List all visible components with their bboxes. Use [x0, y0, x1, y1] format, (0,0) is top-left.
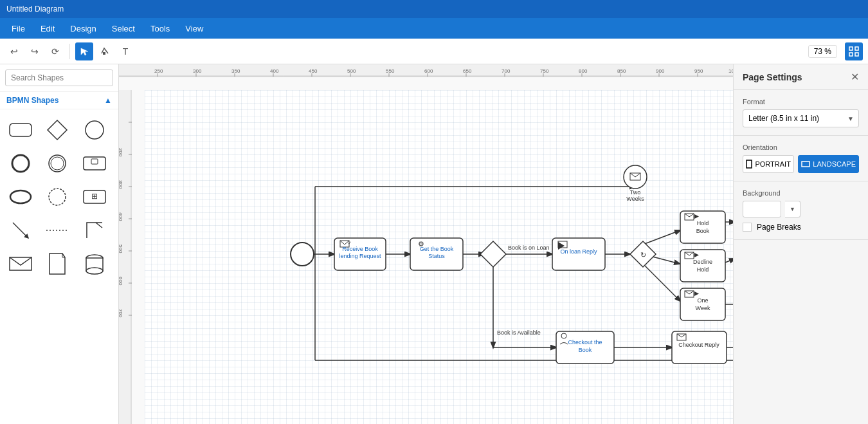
canvas-wrapper[interactable]: // Can't run script inside SVG here, usi…: [119, 64, 733, 424]
search-shapes-section: [0, 64, 118, 92]
svg-point-8: [12, 155, 29, 172]
svg-text:300: 300: [119, 180, 123, 189]
panel-close-button[interactable]: ✕: [851, 71, 859, 83]
menu-edit[interactable]: Edit: [34, 21, 61, 36]
node-start[interactable]: [291, 243, 314, 266]
app-title: Untitled Diagram: [6, 5, 64, 14]
svg-text:Book is Available: Book is Available: [497, 329, 541, 336]
svg-point-157: [561, 333, 566, 338]
text-tool[interactable]: T: [116, 42, 134, 60]
menu-file[interactable]: File: [5, 21, 32, 36]
toolbar: ↩ ↪ ⟳ T 73 %: [0, 39, 868, 64]
ruler-left: 100 200 300 400 500 600 700: [119, 90, 132, 424]
shape-envelope[interactable]: [6, 250, 35, 278]
svg-line-19: [96, 223, 102, 228]
shape-task-box[interactable]: ⊞: [80, 183, 109, 211]
shape-rounded-rect[interactable]: [6, 116, 35, 144]
svg-line-94: [725, 259, 733, 263]
node-checkout-reply[interactable]: Checkout Reply: [672, 331, 727, 364]
shape-circle-medium[interactable]: [43, 149, 71, 178]
svg-text:One: One: [697, 297, 708, 304]
background-color-swatch[interactable]: [743, 201, 781, 217]
portrait-label: PORTRAIT: [755, 160, 790, 168]
svg-marker-121: [480, 241, 506, 267]
zoom-display: 73 %: [808, 45, 837, 58]
shape-corner-arrow[interactable]: [80, 216, 109, 244]
background-section: Background ▼ Page Breaks: [734, 181, 868, 240]
svg-text:1000: 1000: [728, 68, 733, 74]
panel-title: Page Settings: [743, 72, 802, 82]
svg-text:On loan Reply: On loan Reply: [560, 248, 597, 255]
node-checkout[interactable]: Checkout the Book: [556, 331, 614, 364]
svg-text:300: 300: [193, 68, 202, 74]
portrait-button[interactable]: PORTRAIT: [743, 155, 794, 173]
svg-text:Status: Status: [428, 253, 445, 259]
svg-text:650: 650: [463, 68, 472, 74]
page-breaks-checkbox[interactable]: [743, 223, 752, 232]
search-shapes-input[interactable]: [5, 69, 113, 86]
node-two-weeks[interactable]: Two Weeks: [624, 165, 647, 202]
node-get-book-status[interactable]: ⚙ Get the Book Status: [410, 238, 463, 270]
shape-circle-thick[interactable]: [6, 149, 35, 178]
node-receive-book[interactable]: ✓ Receive Book lending Request: [334, 238, 386, 270]
shape-cylinder[interactable]: [80, 250, 109, 278]
svg-rect-5: [10, 124, 32, 136]
svg-text:400: 400: [270, 68, 279, 74]
svg-rect-2: [855, 47, 858, 50]
svg-rect-3: [849, 53, 853, 56]
landscape-button[interactable]: LANDSCAPE: [798, 155, 859, 173]
shape-circle-thin[interactable]: [80, 116, 109, 144]
grid-button[interactable]: [845, 42, 863, 60]
menu-tools[interactable]: Tools: [144, 21, 176, 36]
page-breaks-row: Page Breaks: [743, 223, 859, 232]
ruler-top: // Can't run script inside SVG here, usi…: [119, 64, 733, 77]
pointer-tool[interactable]: [75, 42, 93, 60]
svg-point-13: [10, 190, 31, 203]
background-color-dropdown[interactable]: ▼: [785, 201, 800, 217]
shape-diamond[interactable]: [43, 116, 71, 144]
bend-tool[interactable]: [96, 42, 114, 60]
svg-point-111: [291, 243, 314, 266]
menu-view[interactable]: View: [179, 21, 210, 36]
svg-text:Receive Book: Receive Book: [342, 246, 378, 252]
svg-marker-6: [48, 120, 67, 140]
node-gateway1[interactable]: [480, 241, 506, 267]
svg-text:200: 200: [119, 148, 123, 157]
shape-dotted-line[interactable]: [43, 216, 71, 244]
orientation-label: Orientation: [743, 143, 859, 151]
shape-circle-dashed[interactable]: [43, 183, 71, 211]
svg-text:Hold: Hold: [697, 266, 709, 273]
menu-design[interactable]: Design: [64, 21, 102, 36]
svg-text:550: 550: [386, 68, 395, 74]
svg-text:Weeks: Weeks: [626, 196, 644, 202]
node-one-week[interactable]: One Week: [680, 288, 725, 320]
svg-line-17: [13, 223, 28, 238]
svg-text:⊞: ⊞: [91, 192, 98, 201]
menu-select[interactable]: Select: [105, 21, 141, 36]
svg-text:400: 400: [119, 212, 123, 221]
svg-text:Book: Book: [696, 228, 710, 234]
format-label: Format: [743, 98, 859, 106]
format-select[interactable]: Letter (8.5 in x 11 in) A4 A3 Legal: [743, 109, 859, 127]
bpmn-shapes-header[interactable]: BPMN Shapes ▲: [0, 92, 118, 109]
undo-button[interactable]: ↩: [5, 42, 23, 60]
node-hold-book[interactable]: Hold Book: [680, 211, 725, 243]
shape-rect-icon[interactable]: [80, 149, 109, 178]
redo-button[interactable]: ↪: [26, 42, 44, 60]
shape-document[interactable]: [43, 250, 71, 278]
svg-text:500: 500: [347, 68, 356, 74]
right-panel: Page Settings ✕ Format Letter (8.5 in x …: [733, 64, 868, 424]
reset-button[interactable]: ⟳: [46, 42, 64, 60]
svg-text:700: 700: [502, 68, 511, 74]
shape-ellipse[interactable]: [6, 183, 35, 211]
zoom-control[interactable]: 73 %: [808, 45, 837, 58]
node-on-loan-reply[interactable]: On loan Reply: [552, 238, 605, 270]
page-breaks-label: Page Breaks: [757, 223, 801, 232]
canvas-area[interactable]: Book is on Loan: [145, 90, 733, 424]
svg-text:500: 500: [119, 244, 123, 253]
node-gateway2[interactable]: ↻: [630, 241, 656, 267]
shape-diagonal-arrow[interactable]: [6, 216, 35, 244]
sep1: [69, 44, 70, 59]
svg-point-7: [86, 121, 104, 139]
node-decline-hold[interactable]: Decline Hold: [680, 250, 725, 282]
